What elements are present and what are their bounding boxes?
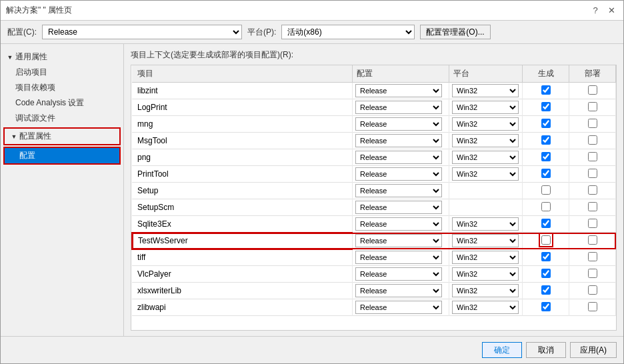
config-dropdown[interactable]: Release [355, 84, 442, 97]
build-checkbox[interactable] [541, 252, 551, 261]
build-checkbox[interactable] [541, 269, 551, 278]
cell-platform[interactable]: Win32 [449, 149, 523, 166]
cell-build[interactable] [523, 299, 569, 316]
cell-deploy[interactable] [569, 183, 616, 199]
cell-build[interactable] [523, 149, 569, 166]
cell-platform[interactable]: Win32 [449, 249, 523, 266]
config-dropdown[interactable]: Release [355, 151, 442, 164]
config-dropdown[interactable]: Release [355, 101, 442, 114]
deploy-checkbox[interactable] [588, 152, 597, 161]
config-manager-button[interactable]: 配置管理器(O)... [420, 25, 490, 39]
cell-config[interactable]: Release [353, 199, 449, 216]
cell-config[interactable]: Release [353, 249, 449, 266]
deploy-checkbox[interactable] [588, 202, 597, 211]
platform-dropdown[interactable]: Win32 [452, 167, 519, 181]
cell-platform[interactable]: Win32 [449, 83, 523, 99]
deploy-checkbox[interactable] [588, 185, 597, 195]
cell-config[interactable]: Release [353, 266, 449, 283]
cell-build[interactable] [523, 116, 569, 133]
cell-build[interactable] [523, 99, 569, 116]
platform-dropdown[interactable]: Win32 [452, 101, 519, 114]
cell-config[interactable]: Release [353, 83, 449, 99]
deploy-checkbox[interactable] [588, 269, 597, 278]
build-checkbox[interactable] [541, 235, 551, 245]
config-select[interactable]: Release [42, 25, 242, 39]
cell-deploy[interactable] [569, 166, 616, 183]
cell-build[interactable] [523, 283, 569, 299]
ok-button[interactable]: 确定 [482, 342, 522, 358]
cell-config[interactable]: Release [353, 133, 449, 149]
deploy-checkbox[interactable] [588, 119, 597, 128]
config-dropdown[interactable]: Release [355, 301, 442, 314]
cell-deploy[interactable] [569, 116, 616, 133]
cell-config[interactable]: Release [353, 116, 449, 133]
cell-build[interactable] [523, 216, 569, 233]
deploy-checkbox[interactable] [588, 135, 597, 145]
config-dropdown[interactable]: Release [355, 234, 442, 247]
platform-dropdown[interactable]: Win32 [452, 251, 519, 264]
cell-build[interactable] [523, 166, 569, 183]
deploy-checkbox[interactable] [588, 102, 597, 111]
build-checkbox[interactable] [541, 169, 551, 178]
config-dropdown[interactable]: Release [355, 251, 442, 264]
build-checkbox[interactable] [541, 202, 551, 211]
platform-dropdown[interactable]: Win32 [452, 301, 519, 314]
deploy-checkbox[interactable] [588, 85, 597, 95]
platform-dropdown[interactable]: Win32 [452, 151, 519, 164]
cancel-button[interactable]: 取消 [526, 342, 566, 358]
build-checkbox[interactable] [541, 185, 551, 195]
cell-build[interactable] [523, 183, 569, 199]
config-dropdown[interactable]: Release [355, 117, 442, 131]
cell-deploy[interactable] [569, 299, 616, 316]
build-checkbox[interactable] [541, 152, 551, 161]
config-dropdown[interactable]: Release [355, 201, 442, 214]
config-dropdown[interactable]: Release [355, 217, 442, 231]
platform-select[interactable]: 活动(x86) [281, 25, 415, 39]
platform-dropdown[interactable]: Win32 [452, 84, 519, 97]
cell-deploy[interactable] [569, 266, 616, 283]
platform-dropdown[interactable]: Win32 [452, 217, 519, 231]
deploy-checkbox[interactable] [588, 235, 597, 245]
cell-deploy[interactable] [569, 249, 616, 266]
cell-config[interactable]: Release [353, 99, 449, 116]
deploy-checkbox[interactable] [588, 302, 597, 311]
cell-config[interactable]: Release [353, 216, 449, 233]
cell-config[interactable]: Release [353, 166, 449, 183]
cell-build[interactable] [523, 266, 569, 283]
cell-config[interactable]: Release [353, 283, 449, 299]
cell-platform[interactable] [449, 199, 523, 216]
cell-platform[interactable]: Win32 [449, 99, 523, 116]
cell-config[interactable]: Release [353, 183, 449, 199]
cell-platform[interactable]: Win32 [449, 166, 523, 183]
platform-dropdown[interactable]: Win32 [452, 117, 519, 131]
cell-deploy[interactable] [569, 99, 616, 116]
config-section-header[interactable]: ▼ 配置属性 [3, 127, 121, 145]
cell-config[interactable]: Release [353, 149, 449, 166]
build-checkbox[interactable] [541, 302, 551, 311]
table-container[interactable]: 项目 配置 平台 生成 部署 libzintReleaseWin32LogPri… [131, 65, 617, 331]
cell-build[interactable] [523, 233, 569, 249]
cell-platform[interactable] [449, 183, 523, 199]
config-dropdown[interactable]: Release [355, 134, 442, 147]
cell-build[interactable] [523, 83, 569, 99]
sidebar-item-startup[interactable]: 启动项目 [1, 65, 123, 80]
platform-dropdown[interactable]: Win32 [452, 234, 519, 247]
deploy-checkbox[interactable] [588, 219, 597, 228]
build-checkbox[interactable] [541, 135, 551, 145]
cell-deploy[interactable] [569, 283, 616, 299]
cell-platform[interactable]: Win32 [449, 283, 523, 299]
cell-build[interactable] [523, 199, 569, 216]
platform-dropdown[interactable]: Win32 [452, 267, 519, 281]
build-checkbox[interactable] [541, 285, 551, 295]
cell-deploy[interactable] [569, 216, 616, 233]
deploy-checkbox[interactable] [588, 285, 597, 295]
cell-build[interactable] [523, 249, 569, 266]
cell-deploy[interactable] [569, 233, 616, 249]
cell-platform[interactable]: Win32 [449, 133, 523, 149]
cell-deploy[interactable] [569, 83, 616, 99]
close-button[interactable]: ✕ [605, 4, 618, 17]
platform-dropdown[interactable]: Win32 [452, 134, 519, 147]
build-checkbox[interactable] [541, 219, 551, 228]
cell-config[interactable]: Release [353, 299, 449, 316]
cell-platform[interactable]: Win32 [449, 233, 523, 249]
